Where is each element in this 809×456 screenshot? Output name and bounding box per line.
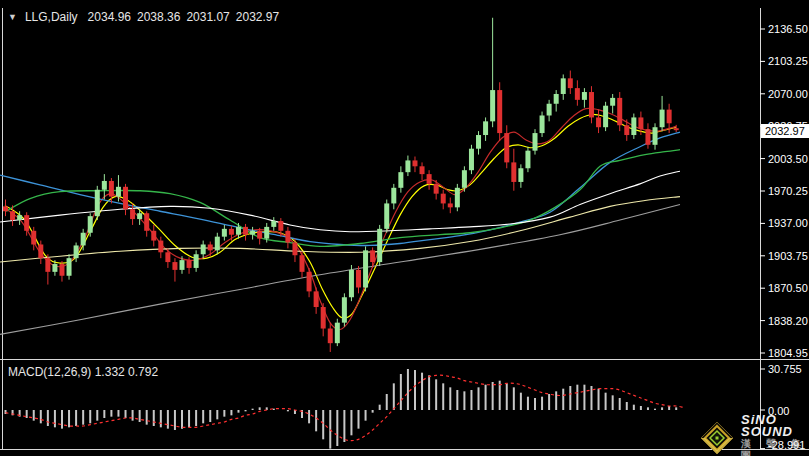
candle-up bbox=[384, 203, 389, 228]
candle-down bbox=[109, 181, 114, 197]
candle-down bbox=[448, 203, 453, 207]
ohlc-close: 2032.97 bbox=[236, 10, 279, 24]
candle-down bbox=[667, 110, 672, 124]
candle-down bbox=[624, 125, 629, 135]
candle-down bbox=[229, 229, 234, 235]
candle-down bbox=[59, 264, 64, 276]
candle-down bbox=[412, 160, 417, 166]
macd-axis-label: -28.991 bbox=[768, 439, 809, 451]
candle-down bbox=[165, 252, 170, 262]
pane-borders bbox=[0, 8, 809, 450]
candle-up bbox=[349, 270, 354, 297]
candle-up bbox=[17, 215, 22, 220]
candle-down bbox=[427, 174, 432, 184]
candle-up bbox=[603, 106, 608, 127]
candle-down bbox=[38, 244, 43, 258]
chart-header: ▼ LLG,Daily 2034.96 2038.36 2031.07 2032… bbox=[8, 10, 279, 24]
candle-down bbox=[645, 129, 650, 145]
candle-up bbox=[88, 216, 93, 233]
candle-up bbox=[540, 115, 545, 133]
candle-down bbox=[328, 329, 333, 344]
candle-up bbox=[518, 168, 523, 182]
current-price-tag: 2032.97 bbox=[761, 124, 809, 138]
price-axis-label: 2136.50 bbox=[768, 23, 809, 35]
chart-canvas[interactable] bbox=[0, 0, 809, 456]
ohlc-low: 2031.07 bbox=[186, 10, 229, 24]
candle-up bbox=[469, 149, 474, 170]
candle-up bbox=[194, 254, 199, 268]
trading-terminal-chart-window: ▼ LLG,Daily 2034.96 2038.36 2031.07 2032… bbox=[0, 0, 809, 456]
candle-down bbox=[420, 166, 425, 174]
candle-down bbox=[617, 98, 622, 125]
candle-up bbox=[222, 229, 227, 237]
candle-up bbox=[391, 188, 396, 204]
ma-gray bbox=[0, 204, 680, 334]
price-axis-label: 2070.00 bbox=[768, 88, 809, 100]
candle-down bbox=[292, 243, 297, 256]
price-axis-label: 1903.75 bbox=[768, 250, 809, 262]
chevron-down-icon[interactable]: ▼ bbox=[8, 12, 17, 22]
candle-up bbox=[137, 213, 142, 219]
candle-down bbox=[158, 241, 163, 253]
ohlc-open: 2034.96 bbox=[88, 10, 131, 24]
candle-down bbox=[321, 307, 326, 328]
candle-down bbox=[300, 255, 305, 272]
candle-up bbox=[250, 231, 255, 235]
price-axis-label: 1937.00 bbox=[768, 217, 809, 229]
candle-up bbox=[52, 264, 57, 272]
candle-up bbox=[116, 187, 121, 197]
candle-up bbox=[660, 110, 665, 128]
candle-up bbox=[363, 250, 368, 287]
candle-up bbox=[462, 170, 467, 188]
candle-up bbox=[74, 245, 79, 258]
ma-white bbox=[0, 171, 680, 232]
candle-up bbox=[547, 104, 552, 116]
macd-axis-label: 0.00 bbox=[768, 405, 809, 417]
candle-down bbox=[356, 270, 361, 288]
candle-up bbox=[215, 237, 220, 251]
diamond-logo-icon bbox=[700, 421, 734, 455]
candle-up bbox=[398, 172, 403, 188]
price-axis-label: 1804.95 bbox=[768, 347, 809, 359]
candle-down bbox=[504, 133, 509, 162]
candle-down bbox=[24, 215, 29, 231]
candle-up bbox=[610, 98, 615, 106]
candle-up bbox=[653, 127, 658, 145]
candle-down bbox=[187, 260, 192, 268]
candle-down bbox=[151, 231, 156, 241]
logo-brand-text: SiNO SOUND bbox=[741, 414, 809, 438]
candle-down bbox=[370, 250, 375, 262]
candle-down bbox=[589, 92, 594, 117]
ma-lines-layer bbox=[0, 108, 680, 334]
candle-down bbox=[497, 90, 502, 133]
candle-up bbox=[102, 181, 107, 190]
candle-up bbox=[342, 297, 347, 322]
candle-down bbox=[144, 213, 149, 231]
candle-up bbox=[236, 227, 241, 235]
candle-down bbox=[441, 194, 446, 204]
candle-up bbox=[95, 190, 100, 216]
candle-up bbox=[476, 135, 481, 149]
candle-down bbox=[243, 227, 248, 235]
candle-down bbox=[278, 221, 283, 231]
candle-up bbox=[490, 90, 495, 121]
candle-up bbox=[455, 188, 460, 208]
candle-up bbox=[271, 221, 276, 227]
candle-down bbox=[596, 117, 601, 127]
candle-up bbox=[335, 323, 340, 344]
candle-down bbox=[434, 184, 439, 194]
candles-layer bbox=[3, 18, 679, 352]
candle-down bbox=[314, 291, 319, 307]
candle-up bbox=[525, 151, 530, 169]
candle-down bbox=[31, 231, 36, 245]
candle-up bbox=[582, 92, 587, 100]
price-axis-label: 1838.20 bbox=[768, 315, 809, 327]
candle-down bbox=[3, 206, 8, 211]
candle-up bbox=[264, 227, 269, 239]
candle-down bbox=[172, 262, 177, 270]
candle-down bbox=[10, 211, 15, 220]
candle-down bbox=[638, 117, 643, 129]
price-axis-label: 2103.25 bbox=[768, 55, 809, 67]
macd-histogram-layer bbox=[6, 369, 684, 449]
candle-down bbox=[511, 162, 516, 182]
